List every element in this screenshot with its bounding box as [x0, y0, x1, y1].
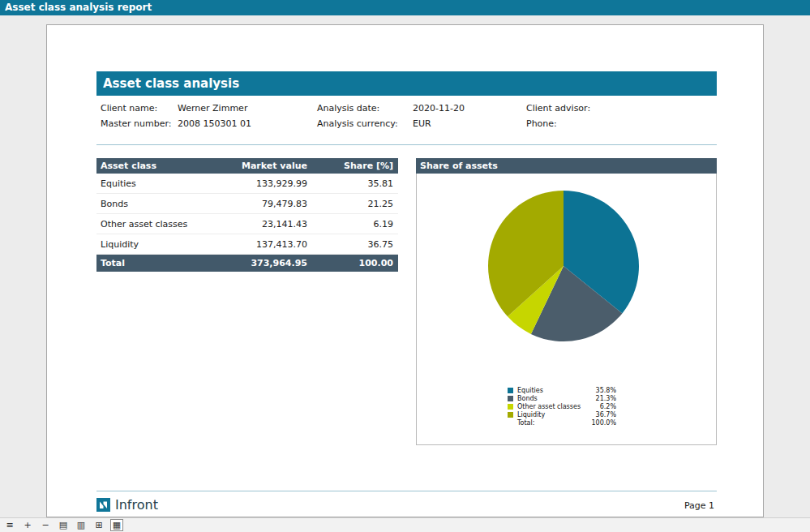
menu-icon[interactable]: ≡ — [3, 519, 16, 531]
legend-label: Equities — [517, 387, 588, 394]
infront-logo-icon — [96, 498, 110, 512]
cell-share: 35.81 — [312, 178, 398, 189]
client-name-value: Werner Zimmer — [178, 101, 317, 116]
legend-value: 21.3% — [592, 395, 616, 402]
zoom-out-button[interactable]: − — [39, 519, 52, 531]
cell-asset-class: Equities — [96, 178, 226, 189]
asset-class-table: Asset class Market value Share [%] Equit… — [96, 158, 398, 272]
two-page-view-button[interactable]: ▥ — [75, 519, 88, 531]
col-header-share: Share [%] — [312, 161, 398, 171]
analysis-date-label: Analysis date: — [317, 101, 413, 116]
analysis-currency-label: Analysis currency: — [317, 116, 413, 131]
table-row: Equities 133,929.99 35.81 — [96, 174, 398, 194]
master-number-label: Master number: — [101, 116, 178, 131]
legend-item: Other asset classes6.2% — [508, 402, 616, 410]
total-market-value: 373,964.95 — [226, 258, 312, 268]
legend-swatch — [508, 420, 513, 426]
total-label: Total — [96, 258, 226, 268]
zoom-in-button[interactable]: + — [21, 519, 34, 531]
analysis-currency-value: EUR — [413, 116, 526, 131]
legend-swatch — [508, 412, 513, 418]
legend-item: Bonds21.3% — [508, 394, 616, 402]
legend-item: Liquidity36.7% — [508, 410, 616, 418]
cell-asset-class: Other asset classes — [96, 219, 226, 230]
single-page-view-button[interactable]: ▤ — [57, 519, 70, 531]
cell-market-value: 23,141.43 — [226, 219, 312, 230]
viewer-toolbar: ≡ + − ▤ ▥ ⊞ ▦ — [0, 517, 810, 532]
legend-value: 36.7% — [592, 411, 616, 418]
client-advisor-label: Client advisor: — [526, 101, 717, 116]
table-header-row: Asset class Market value Share [%] — [96, 158, 398, 174]
legend-label: Liquidity — [517, 411, 588, 418]
master-number-value: 2008 150301 01 — [178, 116, 317, 131]
brand: Infront — [96, 497, 158, 513]
legend-item: Equities35.8% — [508, 386, 616, 394]
col-header-market-value: Market value — [226, 161, 312, 171]
page-number: Page 1 — [684, 500, 714, 511]
report-viewport: Asset class analysis Client name: Werner… — [0, 15, 810, 517]
total-share: 100.00 — [312, 258, 398, 268]
analysis-date-value: 2020-11-20 — [413, 101, 526, 116]
legend-label: Bonds — [517, 395, 588, 402]
footer-divider — [96, 491, 717, 491]
client-info: Client name: Werner Zimmer Analysis date… — [96, 101, 717, 131]
report-page: Asset class analysis Client name: Werner… — [46, 24, 764, 517]
report-title: Asset class analysis — [103, 76, 239, 91]
cell-asset-class: Bonds — [96, 199, 226, 209]
col-header-asset-class: Asset class — [96, 161, 226, 171]
legend-swatch — [508, 396, 513, 401]
cell-market-value: 137,413.70 — [226, 239, 312, 250]
legend-label: Total: — [517, 419, 587, 427]
legend-value: 100.0% — [591, 419, 616, 427]
cell-share: 21.25 — [312, 199, 398, 209]
cell-asset-class: Liquidity — [96, 239, 226, 250]
legend-total: Total:100.0% — [508, 418, 616, 427]
chart-legend: Equities35.8%Bonds21.3%Other asset class… — [508, 386, 616, 427]
chart-panel-title: Share of assets — [416, 158, 717, 174]
client-name-label: Client name: — [101, 101, 178, 116]
chart-panel-body: Equities35.8%Bonds21.3%Other asset class… — [416, 174, 717, 445]
brand-name: Infront — [115, 497, 158, 513]
legend-label: Other asset classes — [517, 403, 588, 410]
window-titlebar: Asset class analysis report — [0, 0, 810, 15]
cell-share: 6.19 — [312, 219, 398, 230]
report-title-bar: Asset class analysis — [96, 71, 717, 96]
table-row: Liquidity 137,413.70 36.75 — [96, 234, 398, 255]
cell-share: 36.75 — [312, 239, 398, 250]
cell-market-value: 133,929.99 — [226, 178, 312, 189]
legend-swatch — [508, 404, 513, 410]
legend-value: 6.2% — [592, 403, 616, 410]
legend-value: 35.8% — [592, 387, 616, 394]
legend-swatch — [508, 388, 513, 393]
share-of-assets-panel: Share of assets Equities35.8%Bonds21.3%O… — [416, 158, 717, 445]
window-title: Asset class analysis report — [5, 2, 152, 13]
grid-view-button[interactable]: ⊞ — [92, 519, 105, 531]
header-divider — [96, 144, 717, 145]
phone-label: Phone: — [526, 116, 717, 131]
thumbnail-view-button[interactable]: ▦ — [110, 519, 123, 531]
table-row: Bonds 79,479.83 21.25 — [96, 194, 398, 214]
table-total-row: Total 373,964.95 100.00 — [96, 255, 398, 272]
cell-market-value: 79,479.83 — [226, 199, 312, 209]
table-row: Other asset classes 23,141.43 6.19 — [96, 214, 398, 234]
